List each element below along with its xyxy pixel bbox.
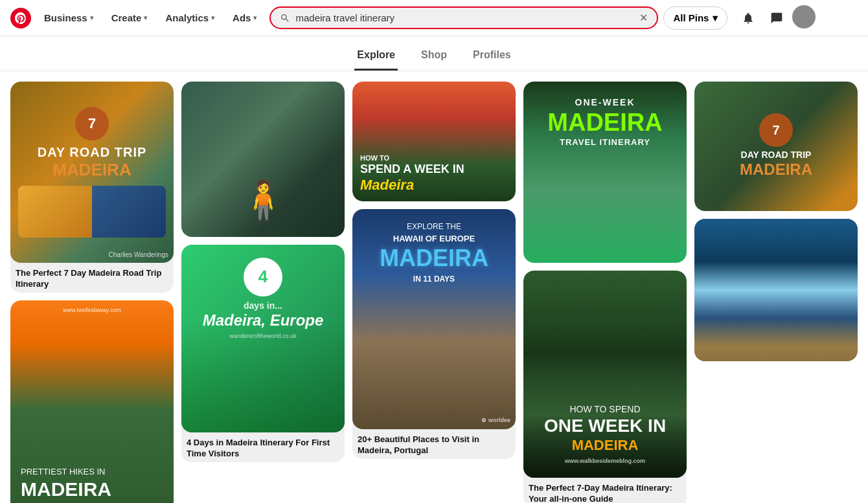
- analytics-chevron-icon: ▾: [211, 14, 214, 21]
- business-chevron-icon: ▾: [90, 14, 93, 21]
- nav-ads[interactable]: Ads ▾: [225, 7, 264, 28]
- pin4-caption: 20+ Beautiful Places to Visit in Madeira…: [352, 429, 516, 459]
- pin-card-3[interactable]: 4 days in... Madeira, Europe wandereroft…: [181, 245, 345, 462]
- create-chevron-icon: ▾: [144, 14, 147, 21]
- pin1-credit: Charlies Wanderings: [109, 251, 168, 259]
- pin-card-6[interactable]: 🧍: [181, 82, 345, 237]
- all-pins-chevron-icon: ▾: [713, 12, 718, 24]
- main-nav: Business ▾ Create ▾ Analytics ▾ Ads ▾: [36, 7, 264, 28]
- user-avatar[interactable]: [792, 5, 816, 28]
- pin-card-7[interactable]: HOW TO SPEND A WEEK IN Madeira: [352, 82, 516, 201]
- main-content: 7 DAY ROAD TRIP MADEIRA Charlies Wanderi…: [0, 71, 868, 503]
- pin-card-2[interactable]: www.twofindaway.com PRETTIEST HIKES IN M…: [10, 300, 174, 503]
- pin3-caption: 4 Days in Madeira Itinerary For First Ti…: [181, 432, 345, 462]
- tab-profiles[interactable]: Profiles: [470, 44, 514, 71]
- search-input[interactable]: madeira travel itinerary: [295, 12, 634, 23]
- nav-analytics[interactable]: Analytics ▾: [157, 7, 222, 28]
- pin5-url: www.walkbesidemeblog.com: [565, 458, 645, 465]
- tab-explore[interactable]: Explore: [354, 44, 398, 71]
- pins-grid: 7 DAY ROAD TRIP MADEIRA Charlies Wanderi…: [10, 82, 858, 503]
- all-pins-button[interactable]: All Pins ▾: [663, 6, 727, 30]
- search-tabs: Explore Shop Profiles: [0, 36, 868, 71]
- top-header: Business ▾ Create ▾ Analytics ▾ Ads ▾ ma…: [0, 0, 868, 36]
- search-icon: [280, 13, 290, 23]
- pin1-caption: The Perfect 7 Day Madeira Road Trip Itin…: [10, 263, 174, 293]
- pin5-caption: The Perfect 7-Day Madeira Itinerary: You…: [523, 478, 687, 503]
- clear-search-icon[interactable]: ✕: [639, 12, 648, 24]
- header-icons: [735, 5, 816, 31]
- notifications-button[interactable]: [735, 5, 761, 31]
- pin-card-4[interactable]: EXPLORE THE HAWAII OF EUROPE MADEIRA IN …: [352, 209, 516, 459]
- pin-card-9[interactable]: 7 DAY ROAD TRIP MADEIRA: [694, 82, 858, 211]
- pin-card-5[interactable]: HOW TO SPEND ONE WEEK IN MADEIRA www.wal…: [523, 271, 687, 503]
- ads-chevron-icon: ▾: [253, 14, 257, 21]
- pin-card-10[interactable]: [694, 219, 858, 361]
- worldee-logo: ⊕ worldee: [481, 417, 510, 424]
- nav-business[interactable]: Business ▾: [36, 7, 101, 28]
- tab-shop[interactable]: Shop: [418, 44, 450, 71]
- search-bar: madeira travel itinerary ✕: [269, 6, 658, 29]
- messages-button[interactable]: [764, 5, 790, 31]
- pin-card-8[interactable]: ONE-WEEK MADEIRA TRAVEL ITINERARY: [523, 82, 687, 263]
- pinterest-logo[interactable]: [10, 8, 31, 28]
- pin-card-1[interactable]: 7 DAY ROAD TRIP MADEIRA Charlies Wanderi…: [10, 82, 174, 293]
- nav-create[interactable]: Create ▾: [104, 7, 155, 28]
